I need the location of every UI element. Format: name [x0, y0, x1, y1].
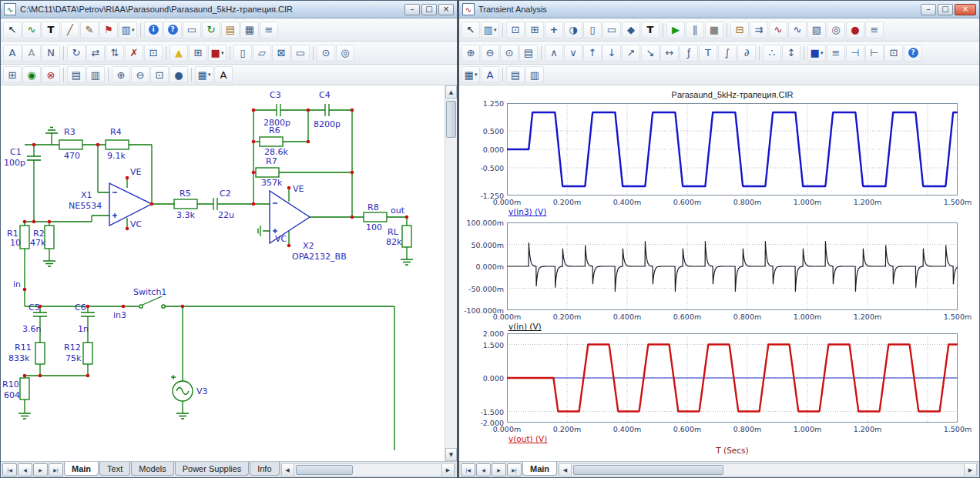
copy-button[interactable]: ▤	[506, 66, 525, 83]
schematic-label-3.6n[interactable]: 3.6n	[22, 324, 41, 334]
schematic-label-R4[interactable]: R4	[110, 127, 122, 137]
magnify-query-button[interactable]: ⊙	[500, 45, 519, 62]
maximize-button[interactable]: □	[938, 4, 953, 15]
schematic-label-10[interactable]: 10	[10, 238, 21, 248]
schematic-label-R3[interactable]: R3	[64, 127, 76, 137]
scroll-left-button[interactable]: ◀	[281, 464, 294, 476]
magnify-in-button[interactable]: ⊕	[461, 45, 480, 62]
go-left-button[interactable]: ⊣	[846, 45, 864, 62]
component-menu-button[interactable]: ▥▾	[481, 22, 499, 38]
schematic-label-1n[interactable]: 1n	[78, 324, 89, 334]
point-tag-button[interactable]: ◑	[564, 22, 582, 38]
tab-nav-next-button[interactable]: ▶	[33, 463, 48, 476]
trace-label-2[interactable]: v(in) (V)	[508, 322, 542, 331]
plot-area[interactable]: Parasaund_5kHz-трапеция.CIR1.2500.5000.0…	[461, 87, 975, 461]
select-mode-button[interactable]: ↖	[3, 22, 22, 38]
select-mode-button[interactable]: ↖	[461, 22, 480, 38]
stop-button[interactable]: ■	[705, 22, 723, 38]
waveform-blue-button[interactable]: ∿	[788, 22, 807, 38]
tab-nav-last-button[interactable]: ▶|	[507, 463, 522, 476]
help-mode-button[interactable]: ?	[163, 22, 182, 38]
horizontal-scroll-track[interactable]	[294, 464, 441, 476]
grid-menu-button[interactable]: ▦▾	[461, 66, 480, 83]
schematic-label-C2[interactable]: C2	[220, 189, 231, 199]
pause-button[interactable]: ∥	[686, 22, 704, 38]
schematic-label-X2[interactable]: X2	[303, 241, 314, 251]
tag-rise-button[interactable]: ↗	[622, 45, 640, 62]
mirror-horizontal-button[interactable]: ⇄	[86, 45, 105, 62]
schematic-label-Switch1[interactable]: Switch1	[133, 287, 166, 297]
schematic-label-82k[interactable]: 82k	[386, 237, 402, 247]
schematic-label-R7[interactable]: R7	[266, 156, 277, 166]
schematic-label-VC[interactable]: VC	[275, 234, 287, 244]
paste-from-clipboard-button[interactable]: ▥	[86, 66, 105, 83]
schematic-label-604[interactable]: 604	[4, 390, 20, 400]
new-sheet-button[interactable]: ▦	[240, 22, 259, 38]
breakpoints-button[interactable]: ●	[846, 22, 864, 38]
wire-mode-button[interactable]: ∿	[22, 22, 41, 38]
watch-button[interactable]: ◎	[827, 22, 845, 38]
font-button[interactable]: A	[481, 66, 499, 83]
schematic-vertical-scrollbar[interactable]: ▲ ▼	[445, 85, 457, 461]
close-button[interactable]: ×	[955, 4, 976, 15]
schematic-label-C1[interactable]: C1	[10, 147, 22, 157]
tab-power-supplies[interactable]: Power Supplies	[175, 462, 249, 476]
design-checks-button[interactable]: ▲	[169, 45, 188, 62]
derivative-button[interactable]: ∂	[737, 45, 756, 62]
copy-page-button[interactable]: ▱	[253, 45, 271, 62]
schematic-label-V3[interactable]: V3	[196, 386, 208, 396]
schematic-label-VE[interactable]: VE	[130, 167, 142, 177]
trace-label-1[interactable]: v(in3) (V)	[508, 207, 546, 216]
zoom-mode-button[interactable]: ⊡	[506, 22, 525, 38]
snapshot-button[interactable]: ●	[169, 66, 188, 83]
new-page-button[interactable]: ▯	[233, 45, 252, 62]
zoom-in-button[interactable]: ⊕	[112, 66, 130, 83]
schematic-label-RL[interactable]: RL	[388, 227, 399, 237]
pen-mode-button[interactable]: ✎	[80, 22, 99, 38]
data-points-button[interactable]: ∴	[763, 45, 781, 62]
refresh-models-button[interactable]: ↻	[202, 22, 220, 38]
tab-nav-previous-button[interactable]: ◀	[18, 463, 32, 476]
close-file-button[interactable]: ⊗	[42, 66, 60, 83]
schematic-label-47k[interactable]: 47k	[30, 238, 46, 248]
plot-box-3[interactable]	[507, 333, 958, 423]
schematic-label-R6[interactable]: R6	[269, 125, 280, 135]
maximize-button[interactable]: □	[421, 4, 437, 15]
tag-period-button[interactable]: T	[699, 45, 717, 62]
schematic-label-R12[interactable]: R12	[64, 343, 81, 353]
scroll-down-button[interactable]: ▼	[445, 448, 457, 461]
analysis-titlebar[interactable]: ∿ Transient Analysis – □ ×	[459, 1, 979, 18]
schematic-label-C3[interactable]: C3	[270, 90, 281, 100]
vertical-tag-button[interactable]: ▯	[583, 22, 602, 38]
tab-nav-first-button[interactable]: |◀	[2, 463, 17, 476]
font-button[interactable]: A	[214, 66, 233, 83]
horizontal-scroll-thumb[interactable]	[573, 465, 723, 475]
grid-text-button[interactable]: A	[22, 45, 41, 62]
mode-menu-dropdown-icon[interactable]: ▾	[208, 72, 211, 78]
text-mode-button[interactable]: T	[42, 22, 60, 38]
help-button[interactable]: ?	[904, 45, 922, 62]
schematic-label-357k[interactable]: 357k	[261, 178, 283, 188]
component-menu-button[interactable]: ▥▾	[119, 22, 137, 38]
color-menu-dropdown-icon[interactable]: ▾	[221, 50, 224, 56]
schematic-label-R10[interactable]: R10	[2, 379, 19, 389]
print-preview-button[interactable]: ▤	[519, 45, 538, 62]
schematic-label-NE5534[interactable]: NE5534	[69, 201, 102, 211]
horizontal-scrollbar[interactable]: ◀▶	[280, 463, 455, 476]
component-menu-dropdown-icon[interactable]: ▾	[132, 27, 135, 33]
tag-width-button[interactable]: ↔	[660, 45, 679, 62]
schematic-label-100p[interactable]: 100p	[4, 158, 25, 168]
flag-mode-button[interactable]: ⚑	[99, 22, 118, 38]
schematic-drawing[interactable]: C32800pC48200pR628.6kR7357kR3470R49.1kC1…	[1, 85, 431, 450]
horizontal-tag-button[interactable]: ▭	[602, 22, 621, 38]
go-right-button[interactable]: ⊢	[865, 45, 884, 62]
mode-menu-button[interactable]: ▦▾	[195, 66, 213, 83]
tag-fall-button[interactable]: ↘	[641, 45, 659, 62]
region-box-button[interactable]: ⊠	[272, 45, 290, 62]
tab-nav-last-button[interactable]: ▶|	[49, 463, 63, 476]
schematic-label-C5[interactable]: C5	[29, 303, 40, 313]
horizontal-scroll-track[interactable]	[572, 464, 964, 476]
find-next-button[interactable]: ◎	[336, 45, 354, 62]
copy-to-clipboard-button[interactable]: ▤	[67, 66, 86, 83]
rotate-button[interactable]: ↻	[67, 45, 86, 62]
